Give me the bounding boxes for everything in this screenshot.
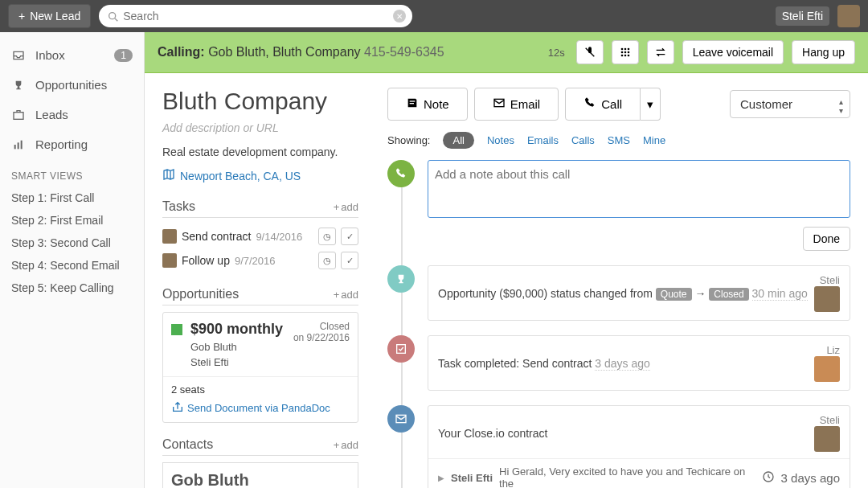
add-opportunity[interactable]: +add bbox=[334, 289, 358, 301]
call-button-group: Call ▾ bbox=[565, 88, 661, 121]
transfer-button[interactable] bbox=[647, 40, 674, 64]
chevron-right-icon[interactable]: ▶ bbox=[438, 474, 444, 482]
status-select[interactable]: Customer ▴▾ bbox=[730, 90, 850, 118]
tasks-header: Tasks +add bbox=[162, 199, 358, 218]
hangup-button[interactable]: Hang up bbox=[792, 40, 855, 64]
company-description: Real estate development company. bbox=[162, 146, 358, 158]
filter-row: Showing: All Notes Emails Calls SMS Mine bbox=[387, 132, 850, 149]
opportunity-close-date: on 9/22/2016 bbox=[293, 332, 350, 343]
topbar: +New Lead ✕ Steli Efti bbox=[0, 0, 868, 32]
new-lead-button[interactable]: +New Lead bbox=[8, 4, 91, 28]
share-icon bbox=[171, 400, 184, 416]
filter-notes[interactable]: Notes bbox=[487, 134, 514, 146]
inbox-badge: 1 bbox=[114, 49, 133, 62]
svg-point-8 bbox=[624, 48, 626, 51]
svg-rect-3 bbox=[14, 145, 16, 149]
callbar: Calling: Gob Bluth, Bluth Company 415-54… bbox=[145, 32, 868, 73]
email-icon bbox=[493, 96, 506, 112]
dialpad-button[interactable] bbox=[612, 40, 639, 64]
done-button[interactable]: Done bbox=[803, 227, 850, 251]
smart-view-item[interactable]: Step 5: Keep Calling bbox=[0, 277, 144, 299]
plus-icon: + bbox=[334, 201, 340, 213]
filter-sms[interactable]: SMS bbox=[608, 134, 630, 146]
svg-rect-4 bbox=[18, 142, 19, 149]
contact-card[interactable]: Gob Bluth bbox=[162, 462, 358, 488]
task-complete-button[interactable]: ✓ bbox=[341, 228, 358, 245]
arrow-right-icon: → bbox=[694, 287, 706, 300]
task-complete-button[interactable]: ✓ bbox=[341, 252, 358, 269]
mute-button[interactable] bbox=[576, 40, 604, 64]
svg-rect-2 bbox=[14, 112, 23, 119]
task-date: 9/7/2016 bbox=[235, 255, 276, 267]
search-input[interactable] bbox=[99, 5, 412, 27]
nav-label: Leads bbox=[35, 108, 68, 121]
nav-label: Opportunities bbox=[35, 78, 107, 92]
svg-rect-19 bbox=[397, 345, 406, 354]
plus-icon: + bbox=[18, 10, 25, 23]
task-title[interactable]: Send contract bbox=[182, 230, 251, 243]
showing-label: Showing: bbox=[387, 134, 430, 146]
email-button[interactable]: Email bbox=[474, 88, 559, 121]
avatar bbox=[814, 426, 840, 452]
task-date: 9/14/2016 bbox=[256, 231, 302, 243]
svg-point-0 bbox=[109, 13, 116, 19]
task-avatar bbox=[162, 229, 177, 244]
task-snooze-button[interactable]: ◷ bbox=[318, 228, 336, 245]
briefcase-icon bbox=[11, 109, 26, 121]
search-icon bbox=[107, 10, 120, 26]
time-ago: 3 days ago bbox=[595, 357, 650, 371]
callbar-text: Calling: Gob Bluth, Bluth Company 415-54… bbox=[158, 45, 540, 59]
smart-view-item[interactable]: Step 2: First Email bbox=[0, 209, 144, 232]
company-name: Bluth Company bbox=[162, 88, 358, 115]
svg-point-14 bbox=[624, 55, 626, 57]
call-dropdown[interactable]: ▾ bbox=[641, 88, 661, 121]
plus-icon: + bbox=[334, 439, 340, 451]
filter-all[interactable]: All bbox=[443, 132, 473, 149]
opportunity-value: $900 monthly bbox=[190, 321, 285, 338]
nav-label: Inbox bbox=[35, 48, 65, 62]
add-task[interactable]: +add bbox=[334, 201, 358, 213]
filter-emails[interactable]: Emails bbox=[527, 134, 559, 146]
user-avatar[interactable] bbox=[837, 5, 860, 27]
smart-views-header: SMART VIEWS bbox=[0, 159, 144, 187]
svg-point-13 bbox=[620, 55, 623, 57]
smart-view-item[interactable]: Step 3: Second Call bbox=[0, 232, 144, 254]
filter-calls[interactable]: Calls bbox=[571, 134, 595, 146]
filter-mine[interactable]: Mine bbox=[643, 134, 665, 146]
email-timeline-icon bbox=[387, 405, 415, 433]
opportunity-card[interactable]: $900 monthly Gob Bluth Steli Efti Closed… bbox=[162, 312, 358, 423]
smart-view-item[interactable]: Step 4: Second Email bbox=[0, 254, 144, 277]
svg-point-12 bbox=[627, 51, 629, 54]
phone-icon bbox=[583, 96, 596, 112]
svg-rect-17 bbox=[410, 103, 414, 104]
task-title[interactable]: Follow up bbox=[182, 254, 230, 267]
email-subject[interactable]: Your Close.io contract bbox=[438, 427, 808, 440]
email-preview: Hi Gerald, Very excited to have you and … bbox=[499, 465, 755, 488]
feed-user: Liz bbox=[814, 344, 840, 356]
chart-icon bbox=[11, 138, 26, 151]
add-contact[interactable]: +add bbox=[334, 439, 358, 451]
svg-line-1 bbox=[115, 18, 117, 21]
trophy-timeline-icon bbox=[387, 265, 415, 293]
nav-reporting[interactable]: Reporting bbox=[0, 129, 144, 159]
note-button[interactable]: Note bbox=[387, 88, 468, 121]
task-snooze-button[interactable]: ◷ bbox=[318, 252, 336, 269]
description-placeholder[interactable]: Add description or URL bbox=[162, 121, 358, 134]
activity-feed: Note Email Call ▾ Customer bbox=[370, 73, 868, 488]
nav-label: Reporting bbox=[35, 137, 88, 151]
note-input[interactable] bbox=[428, 160, 850, 218]
email-from: Steli Efti bbox=[451, 472, 493, 484]
send-document-link[interactable]: Send Document via PandaDoc bbox=[171, 400, 350, 416]
user-menu[interactable]: Steli Efti bbox=[776, 6, 829, 26]
company-location[interactable]: Newport Beach, CA, US bbox=[162, 168, 358, 183]
smart-view-item[interactable]: Step 1: First Call bbox=[0, 187, 144, 209]
nav-inbox[interactable]: Inbox 1 bbox=[0, 40, 144, 70]
call-button[interactable]: Call bbox=[565, 88, 641, 121]
plus-icon: + bbox=[334, 289, 340, 301]
nav-leads[interactable]: Leads bbox=[0, 100, 144, 129]
timeline-note-composer: Done bbox=[428, 160, 850, 251]
feed-user: Steli bbox=[814, 414, 840, 426]
voicemail-button[interactable]: Leave voicemail bbox=[682, 40, 784, 64]
user-name: Steli Efti bbox=[782, 10, 823, 23]
nav-opportunities[interactable]: Opportunities bbox=[0, 70, 144, 100]
